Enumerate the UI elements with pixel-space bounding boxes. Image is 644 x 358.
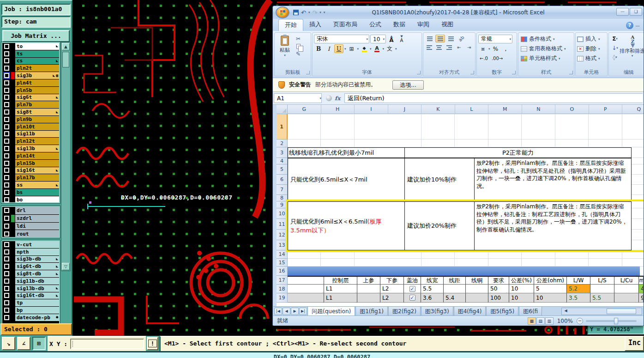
layer-visibility-checkbox[interactable] [2, 215, 11, 222]
layer-visibility-checkbox[interactable] [2, 65, 11, 72]
page-layout-view-button[interactable]: ▤ [536, 317, 545, 325]
column-header-I[interactable]: I [355, 105, 388, 114]
grow-font-button[interactable]: ▲A [387, 35, 396, 43]
scrollbar-thumb[interactable] [62, 52, 69, 67]
t2-cell[interactable]: 3.5 [567, 293, 590, 303]
t2-cell[interactable]: 3.6 [421, 293, 444, 303]
layer-visibility-checkbox[interactable] [2, 174, 11, 181]
layer-visibility-checkbox[interactable] [2, 307, 11, 314]
t2-cell[interactable]: L1 [324, 285, 357, 293]
layer-visibility-checkbox[interactable] [2, 72, 11, 79]
layer-name-button[interactable]: drl [15, 207, 59, 214]
layer-visibility-checkbox[interactable] [2, 109, 11, 115]
undo-icon[interactable]: ↶ [301, 10, 306, 16]
t2-cell[interactable]: 5.5 [590, 293, 614, 303]
dialog-launcher-icon[interactable] [306, 71, 310, 74]
underline-button[interactable]: U [334, 44, 343, 53]
redo-icon[interactable]: ↷ [312, 10, 317, 16]
underline-dropdown-icon[interactable]: ▾ [344, 47, 346, 51]
layer-name-button[interactable]: bp [15, 307, 59, 314]
scroll-up-icon[interactable]: ▲ [62, 43, 70, 50]
delete-cells-button[interactable]: ✕删除▾ [577, 44, 606, 54]
layer-visibility-checkbox[interactable] [2, 58, 11, 65]
layer-name-button[interactable]: pln4t [15, 79, 59, 86]
layer-name-button[interactable]: to◣ [15, 43, 59, 50]
minimize-ribbon-icon[interactable]: — [635, 23, 640, 28]
clear-button[interactable]: ◊▾ [610, 53, 620, 61]
layer-name-button[interactable]: sig13b-db◣ [15, 285, 59, 292]
layer-name-button[interactable]: bo [15, 196, 59, 203]
decrease-indent-button[interactable]: ⇤ [455, 43, 464, 51]
layer-name-button[interactable]: pln10t [15, 123, 59, 130]
formula-input[interactable]: 返回(Return) [344, 93, 643, 103]
t2-cell[interactable]: 49 [639, 285, 644, 293]
excel-title-bar[interactable]: ↶▾ ↷▾ ▾ Q1IS8NB001A0(zhoufy)2017-04-28 [… [273, 6, 644, 19]
ribbon-tab[interactable]: 开始 [278, 19, 303, 31]
prev-sheet-icon[interactable]: ◀ [283, 308, 290, 315]
align-bottom-button[interactable] [446, 35, 456, 42]
t2-cell[interactable]: 5.2 [567, 285, 590, 293]
sheet-tab[interactable]: 图2(fig2) [388, 306, 421, 316]
first-sheet-icon[interactable]: |◀ [274, 308, 282, 315]
qat-customize-icon[interactable]: ▾ [324, 11, 325, 14]
layer-name-button[interactable]: ss◣ [15, 182, 59, 188]
t2-cell[interactable]: ✓ [404, 285, 421, 293]
t2-cell[interactable] [444, 285, 466, 293]
layer-name-button[interactable]: v-cut [15, 241, 59, 248]
layer-name-button[interactable]: sig6t◣ [15, 94, 59, 101]
layer-name-button[interactable]: pln12t [15, 138, 59, 145]
layer-visibility-checkbox[interactable] [2, 87, 11, 94]
t2-cell[interactable] [614, 285, 639, 293]
insert-cells-button[interactable]: 插入▾ [577, 34, 606, 44]
layer-visibility-checkbox[interactable] [2, 241, 11, 248]
scroll-down-icon[interactable]: ▽ [62, 263, 70, 270]
italic-button[interactable]: I [324, 44, 333, 53]
inc-mode-button[interactable]: Inc [625, 336, 644, 351]
increase-indent-button[interactable]: ⇥ [464, 43, 474, 51]
sheet-tab[interactable]: 图3(fig3) [421, 306, 453, 316]
t2-cell[interactable] [357, 293, 380, 303]
layer-name-button[interactable]: pln5b [15, 87, 59, 94]
layer-name-button[interactable]: sig6t-db◣ [15, 263, 59, 270]
t2-cell[interactable]: L2 [380, 293, 404, 303]
t2-cell[interactable] [357, 285, 380, 293]
font-name-select[interactable]: 宋体▾ [314, 35, 369, 43]
alert-button[interactable]: ! [147, 337, 158, 350]
percent-style-button[interactable]: % [491, 44, 500, 53]
align-right-button[interactable] [445, 43, 454, 51]
ribbon-tab[interactable]: 审阅 [411, 19, 435, 31]
column-header-G[interactable]: G [288, 105, 321, 114]
t2-cell[interactable]: L2 [380, 285, 404, 293]
sheet-tab[interactable]: 图1(fig1) [355, 306, 388, 316]
comma-style-button[interactable]: , [501, 44, 511, 53]
column-header-M[interactable]: M [488, 105, 522, 114]
layer-visibility-checkbox[interactable] [2, 50, 11, 57]
layer-visibility-checkbox[interactable] [2, 116, 11, 123]
layer-name-button[interactable]: ldi [15, 223, 59, 230]
column-header-Q[interactable]: Q [622, 105, 644, 114]
orientation-button[interactable]: ab [457, 35, 466, 42]
dialog-launcher-icon[interactable] [512, 71, 516, 74]
t2-cell[interactable] [466, 293, 488, 303]
column-header-L[interactable]: L [455, 105, 489, 114]
layer-name-button[interactable]: npth [15, 249, 59, 255]
layer-name-button[interactable]: sig13b◣ [15, 145, 59, 152]
column-header-O[interactable]: O [555, 105, 589, 114]
sheet-tab[interactable]: 图6(fi [519, 306, 542, 316]
number-format-select[interactable]: 常规▾ [478, 35, 512, 43]
undo-dropdown-icon[interactable]: ▾ [308, 11, 310, 14]
ribbon-tab[interactable]: 插入 [303, 19, 327, 31]
layer-visibility-checkbox[interactable] [2, 285, 11, 292]
t2-cell[interactable] [614, 293, 639, 303]
phonetic-button[interactable]: 文 [385, 44, 394, 53]
autosum-button[interactable]: Σ▾ [610, 34, 620, 43]
column-header-K[interactable]: K [421, 105, 455, 114]
dialog-launcher-icon[interactable] [417, 71, 421, 74]
layer-visibility-checkbox[interactable] [2, 207, 11, 214]
layer-visibility-checkbox[interactable] [2, 160, 11, 167]
cell-styles-button[interactable]: 单元格样式▾ [520, 54, 572, 63]
t2-cell[interactable] [590, 285, 614, 293]
format-painter-icon[interactable]: ✎ [296, 51, 301, 57]
t2-cell[interactable] [288, 285, 324, 293]
layer-visibility-checkbox[interactable] [2, 263, 11, 270]
